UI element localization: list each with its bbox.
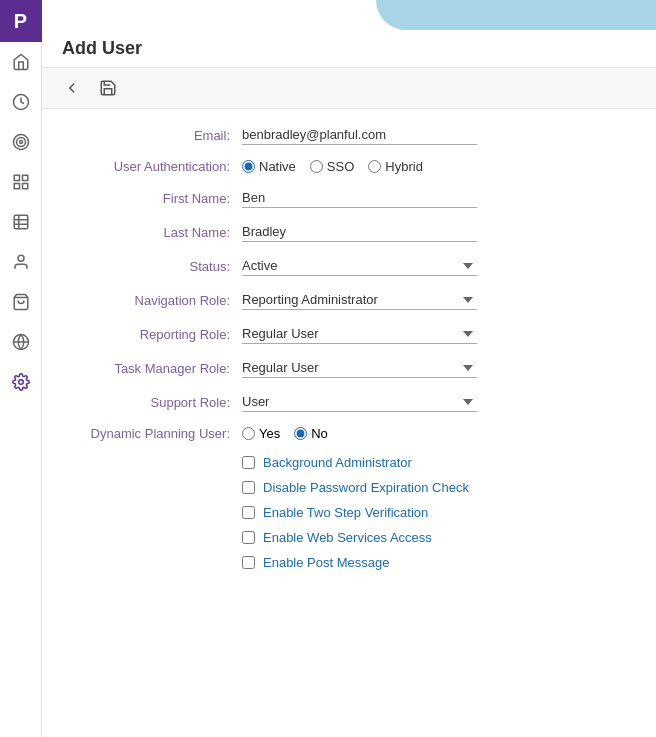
firstname-row: First Name:: [62, 188, 636, 208]
web-services-checkbox[interactable]: [242, 531, 255, 544]
main-content: Add User Email: User Authentication: Nat…: [42, 0, 656, 737]
form-area: Email: User Authentication: Native SSO H: [42, 109, 656, 737]
auth-radio-group: Native SSO Hybrid: [242, 159, 636, 174]
auth-label: User Authentication:: [62, 159, 242, 174]
bg-admin-label[interactable]: Background Administrator: [263, 455, 412, 470]
lastname-field-wrapper: [242, 222, 636, 242]
email-label: Email:: [62, 128, 242, 143]
sidebar-item-history[interactable]: [0, 82, 42, 122]
post-message-checkbox[interactable]: [242, 556, 255, 569]
page-title-bar: Add User: [42, 30, 656, 68]
auth-sso-label: SSO: [327, 159, 354, 174]
reporting-role-select[interactable]: Regular User Administrator: [242, 324, 477, 344]
email-input[interactable]: [242, 125, 477, 145]
checkbox-row-post-message: Enable Post Message: [242, 555, 636, 570]
post-message-label[interactable]: Enable Post Message: [263, 555, 389, 570]
status-label: Status:: [62, 259, 242, 274]
save-button[interactable]: [94, 74, 122, 102]
app-logo[interactable]: P: [0, 0, 42, 42]
svg-rect-6: [14, 184, 19, 189]
svg-rect-4: [14, 175, 19, 180]
support-role-select[interactable]: User Administrator: [242, 392, 477, 412]
task-manager-role-label: Task Manager Role:: [62, 361, 242, 376]
firstname-input[interactable]: [242, 188, 477, 208]
header-banner: [42, 0, 656, 30]
lastname-row: Last Name:: [62, 222, 636, 242]
task-manager-role-select[interactable]: Regular User Administrator: [242, 358, 477, 378]
sidebar-item-table[interactable]: [0, 202, 42, 242]
dp-yes-label: Yes: [259, 426, 280, 441]
disable-pwd-label[interactable]: Disable Password Expiration Check: [263, 480, 469, 495]
dp-no-option[interactable]: No: [294, 426, 328, 441]
nav-role-label: Navigation Role:: [62, 293, 242, 308]
nav-role-select[interactable]: Reporting Administrator Administrator Re…: [242, 290, 477, 310]
sidebar-item-user[interactable]: [0, 242, 42, 282]
auth-hybrid-label: Hybrid: [385, 159, 423, 174]
sidebar-item-grid[interactable]: [0, 162, 42, 202]
lastname-input[interactable]: [242, 222, 477, 242]
two-step-checkbox[interactable]: [242, 506, 255, 519]
dp-yes-radio[interactable]: [242, 427, 255, 440]
reporting-role-field-wrapper: Regular User Administrator: [242, 324, 636, 344]
svg-point-12: [18, 255, 24, 261]
auth-native-radio[interactable]: [242, 160, 255, 173]
nav-role-field-wrapper: Reporting Administrator Administrator Re…: [242, 290, 636, 310]
web-services-label[interactable]: Enable Web Services Access: [263, 530, 432, 545]
dp-user-label: Dynamic Planning User:: [62, 426, 242, 441]
dp-no-radio[interactable]: [294, 427, 307, 440]
task-manager-role-field-wrapper: Regular User Administrator: [242, 358, 636, 378]
status-field-wrapper: Active Inactive: [242, 256, 636, 276]
sidebar-item-target[interactable]: [0, 122, 42, 162]
svg-rect-8: [14, 215, 28, 229]
auth-native-option[interactable]: Native: [242, 159, 296, 174]
toolbar: [42, 68, 656, 109]
reporting-role-row: Reporting Role: Regular User Administrat…: [62, 324, 636, 344]
task-manager-role-row: Task Manager Role: Regular User Administ…: [62, 358, 636, 378]
dp-radio-group: Yes No: [242, 426, 636, 441]
bg-admin-checkbox[interactable]: [242, 456, 255, 469]
status-select[interactable]: Active Inactive: [242, 256, 477, 276]
support-role-row: Support Role: User Administrator: [62, 392, 636, 412]
svg-rect-7: [22, 184, 27, 189]
email-field-wrapper: [242, 125, 636, 145]
checkbox-row-web-services: Enable Web Services Access: [242, 530, 636, 545]
dp-yes-option[interactable]: Yes: [242, 426, 280, 441]
dp-user-row: Dynamic Planning User: Yes No: [62, 426, 636, 441]
svg-point-3: [19, 141, 22, 144]
page-title: Add User: [62, 38, 142, 58]
email-row: Email:: [62, 125, 636, 145]
auth-row: User Authentication: Native SSO Hybrid: [62, 159, 636, 174]
auth-sso-radio[interactable]: [310, 160, 323, 173]
checkbox-row-bg-admin: Background Administrator: [242, 455, 636, 470]
support-role-label: Support Role:: [62, 395, 242, 410]
banner-shape: [376, 0, 656, 30]
status-row: Status: Active Inactive: [62, 256, 636, 276]
sidebar-item-bag[interactable]: [0, 282, 42, 322]
sidebar: P: [0, 0, 42, 737]
auth-sso-option[interactable]: SSO: [310, 159, 354, 174]
dp-no-label: No: [311, 426, 328, 441]
two-step-label[interactable]: Enable Two Step Verification: [263, 505, 428, 520]
back-button[interactable]: [58, 74, 86, 102]
lastname-label: Last Name:: [62, 225, 242, 240]
sidebar-item-settings[interactable]: [0, 362, 42, 402]
sidebar-item-home[interactable]: [0, 42, 42, 82]
checkbox-row-disable-pwd: Disable Password Expiration Check: [242, 480, 636, 495]
checkbox-row-two-step: Enable Two Step Verification: [242, 505, 636, 520]
reporting-role-label: Reporting Role:: [62, 327, 242, 342]
svg-point-16: [18, 380, 23, 385]
disable-pwd-checkbox[interactable]: [242, 481, 255, 494]
firstname-field-wrapper: [242, 188, 636, 208]
firstname-label: First Name:: [62, 191, 242, 206]
svg-point-2: [16, 138, 25, 147]
sidebar-item-globe[interactable]: [0, 322, 42, 362]
auth-native-label: Native: [259, 159, 296, 174]
svg-rect-5: [22, 175, 27, 180]
support-role-field-wrapper: User Administrator: [242, 392, 636, 412]
auth-hybrid-radio[interactable]: [368, 160, 381, 173]
auth-hybrid-option[interactable]: Hybrid: [368, 159, 423, 174]
nav-role-row: Navigation Role: Reporting Administrator…: [62, 290, 636, 310]
